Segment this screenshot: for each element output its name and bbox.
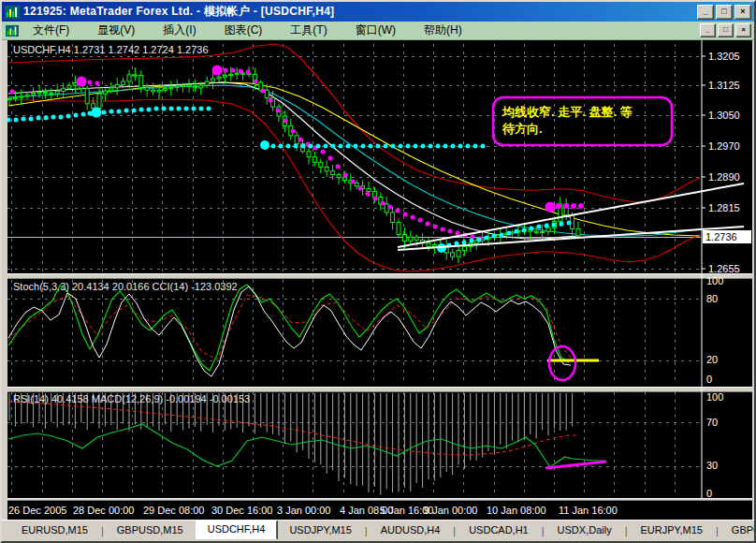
svg-text:Stoch(5,3,3) 20.4134 20.0166: Stoch(5,3,3) 20.4134 20.0166 CCI(14) -12… bbox=[13, 281, 238, 292]
svg-text:USDCHF,H4 1.2731 1.2742 1.272: USDCHF,H4 1.2731 1.2742 1.2724 1.2736 bbox=[13, 44, 209, 55]
svg-text:待方向.: 待方向. bbox=[502, 122, 543, 136]
svg-text:1.2890: 1.2890 bbox=[708, 171, 740, 183]
mdi-restore-button[interactable]: □ bbox=[718, 23, 734, 37]
svg-text:29 Dec 08:00: 29 Dec 08:00 bbox=[143, 505, 204, 516]
chart-canvas-wrap: 1.32051.31251.30501.29701.28901.28151.26… bbox=[7, 40, 752, 520]
tab-gbpchf-m15[interactable]: GBPCHF,M15 bbox=[720, 522, 756, 538]
svg-text:1.2736: 1.2736 bbox=[705, 231, 737, 242]
svg-text:均线收窄. 走平. 盘整. 等: 均线收窄. 走平. 盘整. 等 bbox=[502, 105, 632, 119]
tab-usdjpy-m15[interactable]: USDJPY,M15 bbox=[277, 522, 363, 538]
mdi-minimize-button[interactable]: _ bbox=[700, 23, 716, 37]
menu-items: 文件(F)显视(V)插入(I)图表(C)工具(T)窗口(W)帮助(H) bbox=[25, 22, 698, 39]
svg-text:1.2815: 1.2815 bbox=[708, 202, 740, 213]
current-price-box: 1.2736 bbox=[703, 230, 751, 243]
menu-item-0[interactable]: 文件(F) bbox=[25, 22, 77, 39]
time-axis: 26 Dec 200528 Dec 00:0029 Dec 08:0030 De… bbox=[8, 505, 618, 516]
svg-text:1.3125: 1.3125 bbox=[708, 80, 740, 91]
svg-text:100: 100 bbox=[706, 391, 723, 403]
menu-item-3[interactable]: 图表(C) bbox=[217, 22, 270, 39]
svg-text:1.3050: 1.3050 bbox=[708, 110, 740, 121]
mdi-close-button[interactable]: × bbox=[735, 23, 751, 37]
title-bar: 121925: MetaTrader Forex Ltd. - 模拟帐户 - [… bbox=[2, 2, 754, 22]
tab-usdx-daily[interactable]: USDX,Daily bbox=[545, 522, 624, 538]
close-button[interactable]: × bbox=[734, 5, 751, 20]
panel-labels: USDCHF,H4 1.2731 1.2742 1.2724 1.2736Sto… bbox=[13, 44, 250, 404]
tab-eurjpy-m15[interactable]: EURJPY,M15 bbox=[629, 522, 715, 538]
minimize-button[interactable]: _ bbox=[697, 5, 714, 20]
menu-bar: 文件(F)显视(V)插入(I)图表(C)工具(T)窗口(W)帮助(H) _ □ … bbox=[2, 22, 754, 40]
app-icon bbox=[5, 5, 20, 20]
chart-area: 1.32051.31251.30501.29701.28901.28151.26… bbox=[2, 40, 754, 520]
chart-canvas[interactable]: 1.32051.31251.30501.29701.28901.28151.26… bbox=[7, 40, 752, 520]
maximize-button[interactable]: □ bbox=[716, 5, 733, 20]
window-title: 121925: MetaTrader Forex Ltd. - 模拟帐户 - [… bbox=[23, 4, 695, 20]
chart-tab-bar: EURUSD,M15|GBPUSD,M15USDCHF,H4USDJPY,M15… bbox=[2, 520, 754, 540]
tab-usdcad-h1[interactable]: USDCAD,H1 bbox=[457, 522, 541, 538]
tab-eurusd-m15[interactable]: EURUSD,M15 bbox=[9, 522, 100, 538]
svg-text:100: 100 bbox=[706, 275, 723, 286]
svg-text:1.2655: 1.2655 bbox=[708, 263, 740, 274]
svg-text:30 Dec 16:00: 30 Dec 16:00 bbox=[211, 505, 272, 516]
svg-text:0: 0 bbox=[706, 488, 712, 499]
svg-text:1.2970: 1.2970 bbox=[708, 140, 740, 152]
svg-text:RSI(14) 40.4158 MACD(12,26,9): RSI(14) 40.4158 MACD(12,26,9) -0.00194 -… bbox=[13, 393, 250, 404]
svg-text:10 Jan 08:00: 10 Jan 08:00 bbox=[487, 505, 546, 516]
metatrader-window: 121925: MetaTrader Forex Ltd. - 模拟帐户 - [… bbox=[0, 0, 756, 543]
svg-text:80: 80 bbox=[706, 293, 718, 304]
menu-item-2[interactable]: 插入(I) bbox=[155, 22, 203, 39]
svg-text:30: 30 bbox=[706, 460, 718, 471]
svg-text:26 Dec 2005: 26 Dec 2005 bbox=[8, 505, 66, 516]
menu-item-5[interactable]: 窗口(W) bbox=[348, 22, 403, 39]
svg-text:28 Dec 00:00: 28 Dec 00:00 bbox=[73, 505, 134, 516]
svg-text:3 Jan 00:00: 3 Jan 00:00 bbox=[277, 505, 331, 516]
rsi-lines bbox=[8, 402, 606, 468]
tab-audusd-h4[interactable]: AUDUSD,H4 bbox=[369, 522, 453, 538]
menu-item-6[interactable]: 帮助(H) bbox=[416, 22, 470, 39]
tab-usdchf-h4[interactable]: USDCHF,H4 bbox=[196, 521, 278, 539]
svg-text:70: 70 bbox=[706, 417, 718, 428]
svg-text:9 Jan 00:00: 9 Jan 00:00 bbox=[424, 505, 478, 516]
svg-text:0: 0 bbox=[706, 374, 712, 385]
chart-icon bbox=[5, 24, 20, 37]
menu-item-1[interactable]: 显视(V) bbox=[90, 22, 142, 39]
menu-item-4[interactable]: 工具(T) bbox=[283, 22, 334, 39]
svg-text:20: 20 bbox=[706, 354, 718, 365]
tab-gbpusd-m15[interactable]: GBPUSD,M15 bbox=[105, 522, 196, 538]
svg-text:11 Jan 16:00: 11 Jan 16:00 bbox=[559, 505, 618, 516]
price-axis: 1.32051.31251.30501.29701.28901.28151.26… bbox=[702, 40, 740, 499]
svg-text:1.3205: 1.3205 bbox=[708, 51, 740, 62]
